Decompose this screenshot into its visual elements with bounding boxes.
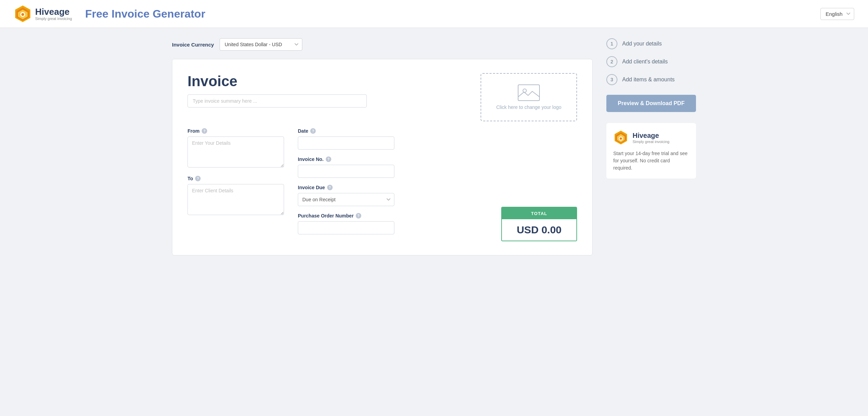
from-textarea[interactable] (188, 136, 284, 168)
total-header-text: TOTAL (531, 211, 547, 216)
step-item-2: 2 Add client's details (606, 56, 696, 67)
invoice-due-label: Invoice Due ? (298, 185, 394, 190)
logo-container: Hiveage Simply great invoicing (14, 5, 72, 23)
header: Hiveage Simply great invoicing Free Invo… (0, 0, 868, 28)
step-item-3: 3 Add items & amounts (606, 74, 696, 85)
invoice-title-left: Invoice (188, 73, 481, 108)
language-select[interactable]: English (820, 8, 854, 20)
sidebar: 1 Add your details 2 Add client's detail… (593, 38, 696, 255)
svg-rect-5 (518, 85, 539, 101)
steps-list: 1 Add your details 2 Add client's detail… (606, 38, 696, 85)
currency-select[interactable]: United States Dollar - USD (220, 38, 302, 51)
invoice-title: Invoice (188, 73, 481, 90)
invoice-summary-input[interactable] (188, 94, 367, 108)
svg-point-4 (21, 13, 24, 16)
purchase-order-help-icon[interactable]: ? (356, 213, 361, 219)
date-input[interactable]: 2023-06-26 (298, 136, 394, 150)
step-number-1: 1 (606, 38, 617, 49)
form-area: Invoice Currency United States Dollar - … (172, 38, 593, 255)
step-label-3: Add items & amounts (622, 77, 675, 83)
step-label-2: Add client's details (622, 59, 668, 65)
total-amount: USD 0.00 (502, 219, 576, 241)
invoice-due-select[interactable]: Due on Receipt (298, 193, 394, 206)
from-label: From ? (188, 128, 284, 134)
purchase-order-field-group: Purchase Order Number ? (298, 213, 394, 234)
svg-point-6 (523, 89, 526, 92)
purchase-order-input[interactable] (298, 221, 394, 234)
currency-label: Invoice Currency (172, 42, 214, 48)
total-col: TOTAL USD 0.00 (408, 128, 577, 241)
total-box: TOTAL USD 0.00 (501, 207, 577, 241)
hiveage-promo-brand: Hiveage (633, 132, 669, 140)
invoice-no-label: Invoice No. ? (298, 156, 394, 162)
total-amount-text: USD 0.00 (517, 224, 562, 235)
image-placeholder-icon (518, 84, 540, 101)
hiveage-promo: Hiveage Simply great invoicing Start you… (606, 123, 696, 179)
to-label: To ? (188, 176, 284, 181)
form-fields-row: From ? To ? (188, 128, 577, 241)
invoice-no-input[interactable]: IN-0001 (298, 165, 394, 178)
step-label-1: Add your details (622, 41, 662, 47)
currency-row: Invoice Currency United States Dollar - … (172, 38, 593, 51)
logo-upload-area[interactable]: Click here to change your logo (481, 73, 577, 121)
date-field-group: Date ? 2023-06-26 (298, 128, 394, 150)
logo-text-block: Hiveage Simply great invoicing (35, 7, 72, 21)
invoice-title-row: Invoice Click here to change your logo (188, 73, 577, 121)
hiveage-promo-header: Hiveage Simply great invoicing (613, 130, 689, 145)
page-title: Free Invoice Generator (85, 8, 205, 20)
main-content: Invoice Currency United States Dollar - … (158, 28, 710, 266)
hiveage-logo-icon (14, 5, 32, 23)
from-help-icon[interactable]: ? (202, 128, 207, 134)
form-left-col: From ? To ? (188, 128, 284, 241)
brand-tagline: Simply great invoicing (35, 17, 72, 21)
total-box-wrapper: TOTAL USD 0.00 (501, 200, 577, 241)
step-number-3: 3 (606, 74, 617, 85)
hiveage-promo-text-block: Hiveage Simply great invoicing (633, 132, 669, 144)
invoice-no-field-group: Invoice No. ? IN-0001 (298, 156, 394, 178)
brand-name: Hiveage (35, 7, 72, 17)
step-number-2: 2 (606, 56, 617, 67)
header-left: Hiveage Simply great invoicing Free Invo… (14, 5, 205, 23)
to-field-group: To ? (188, 176, 284, 216)
step-item-1: 1 Add your details (606, 38, 696, 49)
to-help-icon[interactable]: ? (195, 176, 201, 181)
invoice-no-help-icon[interactable]: ? (326, 156, 331, 162)
svg-point-11 (620, 138, 622, 140)
invoice-due-field-group: Invoice Due ? Due on Receipt (298, 185, 394, 206)
from-field-group: From ? (188, 128, 284, 169)
invoice-card: Invoice Click here to change your logo (172, 59, 593, 255)
logo-upload-text: Click here to change your logo (496, 104, 561, 110)
purchase-order-label: Purchase Order Number ? (298, 213, 394, 219)
preview-download-button[interactable]: Preview & Download PDF (606, 95, 696, 112)
hiveage-promo-tagline: Simply great invoicing (633, 140, 669, 144)
date-help-icon[interactable]: ? (310, 128, 316, 134)
total-header: TOTAL (502, 207, 576, 219)
hiveage-promo-description: Start your 14-day free trial and see for… (613, 150, 689, 172)
date-label: Date ? (298, 128, 394, 134)
to-textarea[interactable] (188, 184, 284, 215)
hiveage-promo-logo-icon (613, 130, 628, 145)
invoice-due-help-icon[interactable]: ? (327, 185, 333, 190)
form-right-col: Date ? 2023-06-26 Invoice No. ? IN-0001 (298, 128, 394, 241)
